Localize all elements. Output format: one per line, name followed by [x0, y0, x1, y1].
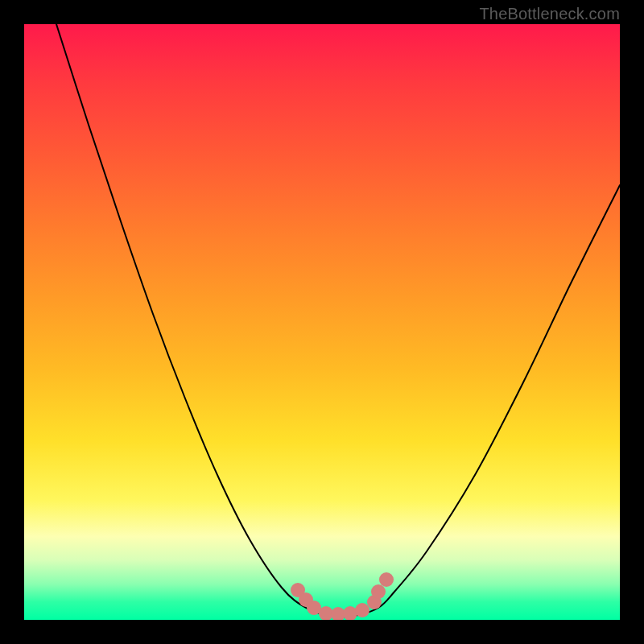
- curve-layer: [24, 24, 620, 620]
- watermark-text: TheBottleneck.com: [479, 5, 620, 23]
- marker-dot: [355, 603, 369, 617]
- v-curve: [56, 24, 620, 617]
- marker-dot: [343, 606, 357, 620]
- plot-area: [24, 24, 620, 620]
- marker-dot: [379, 572, 394, 587]
- marker-dot: [371, 584, 386, 599]
- marker-dots: [291, 572, 394, 620]
- chart-frame: TheBottleneck.com: [0, 0, 644, 644]
